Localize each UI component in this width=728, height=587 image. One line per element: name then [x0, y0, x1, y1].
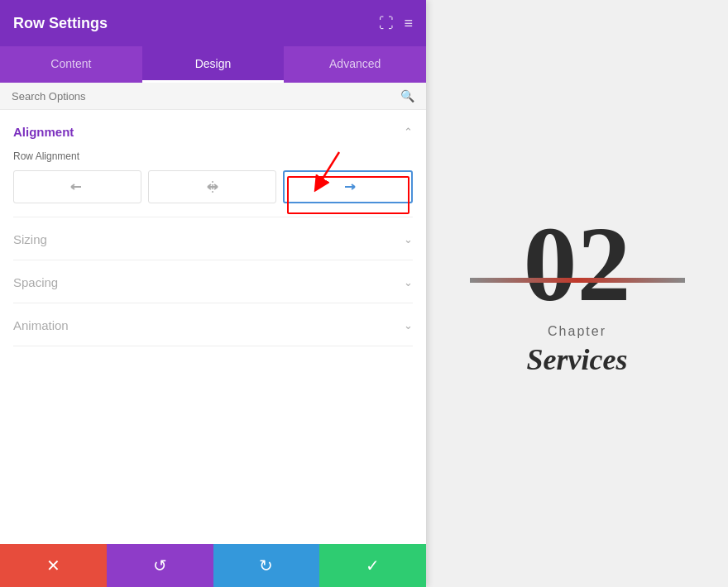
panel-header: Row Settings ⛶ ≡ [0, 0, 426, 46]
tab-content[interactable]: Content [0, 46, 142, 83]
search-input[interactable] [12, 90, 400, 103]
spacing-title: Spacing [13, 275, 58, 289]
tab-advanced[interactable]: Advanced [284, 46, 426, 83]
panel-body: Alignment ⌃ Row Alignment [0, 110, 426, 544]
chapter-divider [470, 278, 685, 283]
tab-design[interactable]: Design [142, 46, 285, 83]
align-left-button[interactable] [13, 170, 141, 203]
search-icon: 🔍 [400, 89, 414, 103]
sizing-section: Sizing ⌄ [13, 217, 413, 260]
search-bar: 🔍 [0, 83, 426, 110]
alignment-options [13, 170, 413, 203]
chevron-down-icon: ⌄ [404, 276, 413, 289]
redo-button[interactable]: ↻ [213, 544, 320, 587]
animation-section: Animation ⌄ [13, 303, 413, 346]
spacing-section: Spacing ⌄ [13, 260, 413, 303]
cancel-button[interactable]: ✕ [0, 544, 107, 587]
layout-icon[interactable]: ≡ [404, 15, 413, 32]
chapter-title: Services [527, 342, 628, 377]
sizing-title: Sizing [13, 232, 47, 246]
tabs-bar: Content Design Advanced [0, 46, 426, 83]
row-settings-panel: Row Settings ⛶ ≡ Content Design Advanced… [0, 0, 426, 587]
animation-title: Animation [13, 318, 69, 332]
animation-section-header[interactable]: Animation ⌄ [13, 318, 413, 332]
save-button[interactable]: ✓ [319, 544, 426, 587]
chevron-down-icon: ⌄ [404, 233, 413, 246]
align-right-button[interactable] [283, 170, 413, 203]
chapter-block: 02 Chapter Services [524, 210, 631, 377]
chapter-label: Chapter [527, 324, 628, 339]
header-icons: ⛶ ≡ [379, 15, 413, 32]
row-alignment-label: Row Alignment [13, 150, 413, 162]
reset-button[interactable]: ↺ [107, 544, 213, 587]
alignment-section-header[interactable]: Alignment ⌃ [13, 125, 413, 139]
alignment-title: Alignment [13, 125, 74, 139]
chevron-up-icon: ⌃ [404, 126, 413, 138]
align-center-button[interactable] [148, 170, 276, 203]
panel-footer: ✕ ↺ ↻ ✓ [0, 544, 426, 587]
chapter-number: 02 [524, 210, 631, 317]
page-background: 02 Chapter Services [426, 0, 728, 587]
spacing-section-header[interactable]: Spacing ⌄ [13, 275, 413, 289]
expand-icon[interactable]: ⛶ [379, 15, 394, 32]
chevron-down-icon: ⌄ [404, 319, 413, 332]
panel-title: Row Settings [13, 15, 108, 32]
sizing-section-header[interactable]: Sizing ⌄ [13, 232, 413, 246]
alignment-section: Alignment ⌃ Row Alignment [13, 110, 413, 217]
